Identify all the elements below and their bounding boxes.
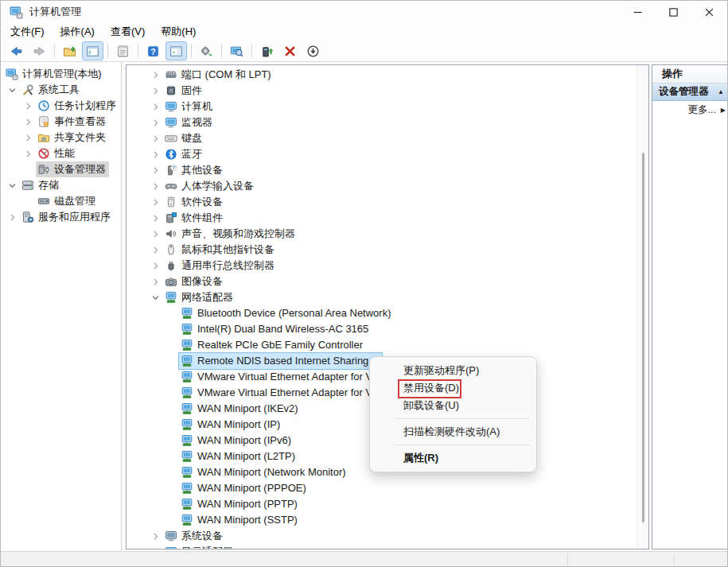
tree-item[interactable]: ?其他设备 xyxy=(127,162,637,178)
close-button[interactable] xyxy=(691,1,727,23)
chevron-right-icon[interactable] xyxy=(20,147,36,160)
tree-item[interactable]: WAN Miniport (PPPOE) xyxy=(127,480,637,496)
tree-item-label: 服务和应用程序 xyxy=(38,210,111,224)
maximize-button[interactable] xyxy=(656,1,691,23)
tree-item[interactable]: 人体学输入设备 xyxy=(127,178,637,194)
tree-item[interactable]: 软件设备 xyxy=(127,194,637,210)
tree-item[interactable]: WAN Miniport (SSTP) xyxy=(127,512,637,528)
tree-item-label: WAN Miniport (PPTP) xyxy=(197,497,298,511)
tree-item[interactable]: 服务和应用程序 xyxy=(1,209,121,225)
tree-item-content: 系统工具 xyxy=(20,82,83,98)
context-menu-item[interactable]: 卸载设备(U) xyxy=(370,397,536,414)
forward-arrow-button[interactable] xyxy=(29,41,50,60)
tree-item[interactable]: 端口 (COM 和 LPT) xyxy=(127,67,637,83)
task-scheduler-icon xyxy=(37,99,50,112)
tree-item[interactable]: 性能 xyxy=(1,146,121,161)
chevron-right-icon[interactable] xyxy=(147,196,163,208)
tree-item[interactable]: 系统工具 xyxy=(1,82,121,98)
actions-section-device-manager[interactable]: 设备管理器 ▲ xyxy=(652,83,728,101)
uninstall-device-button[interactable] xyxy=(279,41,301,60)
tree-item[interactable]: 存储 xyxy=(1,177,121,193)
tree-item[interactable]: 键盘 xyxy=(127,130,637,146)
properties-button[interactable] xyxy=(112,41,134,60)
chevron-right-icon[interactable] xyxy=(20,115,36,128)
more-actions-label: 更多... xyxy=(688,103,716,117)
show-console-tree-button[interactable] xyxy=(82,41,103,60)
chevron-right-icon[interactable] xyxy=(147,212,163,224)
scrollbar-thumb[interactable] xyxy=(642,153,644,522)
tree-item[interactable]: 通用串行总线控制器 xyxy=(127,258,637,274)
chevron-right-icon[interactable] xyxy=(147,132,163,145)
tree-item[interactable]: 显示适配器 xyxy=(127,544,637,549)
tree-item[interactable]: Bluetooth Device (Personal Area Network) xyxy=(127,305,637,321)
tree-item[interactable]: 图像设备 xyxy=(127,274,637,289)
tree-item[interactable]: 监视器 xyxy=(127,115,637,130)
tree-item[interactable]: 22共享文件夹 xyxy=(1,130,121,146)
tree-item-content: 任务计划程序 xyxy=(36,98,119,114)
context-menu-item[interactable]: 更新驱动程序(P) xyxy=(370,362,536,379)
tree-item[interactable]: 计算机管理(本地) xyxy=(1,66,121,82)
tree-item-content: 监视器 xyxy=(163,115,216,130)
net-adapter-icon xyxy=(181,466,193,479)
folder-export-button[interactable] xyxy=(59,41,80,60)
tree-item[interactable]: 磁盘管理 xyxy=(1,193,121,209)
tree-item-label: Realtek PCIe GbE Family Controller xyxy=(197,338,363,352)
tree-item[interactable]: 系统设备 xyxy=(127,528,637,544)
collapse-icon[interactable]: ▲ xyxy=(718,88,724,95)
tree-item[interactable]: 计算机 xyxy=(127,99,637,115)
context-menu-item[interactable]: 扫描检测硬件改动(A) xyxy=(370,423,536,441)
tree-item[interactable]: 蓝牙 xyxy=(127,146,637,162)
chevron-right-icon[interactable] xyxy=(147,243,163,256)
vertical-scrollbar[interactable] xyxy=(637,65,648,549)
gear-update-button[interactable] xyxy=(196,41,217,60)
menubar-item[interactable]: 操作(A) xyxy=(53,23,103,41)
chevron-right-icon[interactable] xyxy=(147,116,163,129)
tree-item[interactable]: Realtek PCIe GbE Family Controller xyxy=(127,337,637,353)
chevron-right-icon[interactable] xyxy=(147,530,163,542)
more-actions-item[interactable]: 更多... ▶ xyxy=(652,101,728,118)
window-title: 计算机管理 xyxy=(29,5,81,19)
chevron-down-icon[interactable] xyxy=(4,83,20,96)
show-action-pane-button[interactable] xyxy=(165,41,187,60)
chevron-right-icon[interactable] xyxy=(20,99,36,112)
chevron-right-icon[interactable] xyxy=(20,131,36,144)
disable-device-button[interactable] xyxy=(302,41,324,60)
help-button[interactable]: ? xyxy=(142,41,164,60)
chevron-right-icon[interactable] xyxy=(147,148,163,161)
scan-hardware-button[interactable] xyxy=(226,41,247,60)
back-arrow-button[interactable] xyxy=(6,41,27,60)
actions-pane: 操作 设备管理器 ▲ 更多... ▶ xyxy=(652,64,728,550)
chevron-right-icon[interactable] xyxy=(147,68,163,81)
chevron-right-icon[interactable] xyxy=(147,164,163,177)
chevron-right-icon[interactable] xyxy=(4,211,20,223)
tree-item[interactable]: Intel(R) Dual Band Wireless-AC 3165 xyxy=(127,321,637,337)
tree-item[interactable]: 软件组件 xyxy=(127,210,637,226)
tree-item[interactable]: 网络适配器 xyxy=(127,289,637,305)
minimize-button[interactable] xyxy=(620,1,656,23)
chevron-right-icon[interactable] xyxy=(147,546,163,549)
chevron-right-icon[interactable] xyxy=(147,275,163,288)
menubar-item[interactable]: 文件(F) xyxy=(2,23,53,41)
tree-item[interactable]: 鼠标和其他指针设备 xyxy=(127,242,637,258)
chevron-down-icon[interactable] xyxy=(4,179,20,192)
tree-item[interactable]: 任务计划程序 xyxy=(1,98,121,114)
tree-item[interactable]: WAN Miniport (PPTP) xyxy=(127,496,637,512)
context-menu-item-disable-device[interactable]: 禁用设备(D) xyxy=(370,379,536,397)
chevron-right-icon xyxy=(150,531,161,542)
chevron-right-icon[interactable] xyxy=(147,84,163,97)
chevron-right-icon[interactable] xyxy=(147,227,163,240)
tree-item[interactable]: 声音、视频和游戏控制器 xyxy=(127,226,637,242)
chevron-right-icon[interactable] xyxy=(147,100,163,113)
update-driver-button[interactable] xyxy=(256,41,278,60)
chevron-right-icon xyxy=(150,245,161,255)
tree-item[interactable]: 事件查看器 xyxy=(1,114,121,130)
context-menu-item[interactable]: 属性(R) xyxy=(370,449,536,467)
chevron-right-icon[interactable] xyxy=(147,180,163,192)
menubar-item[interactable]: 查看(V) xyxy=(103,23,153,41)
menubar-item[interactable]: 帮助(H) xyxy=(153,23,204,41)
tree-item[interactable]: 设备管理器 xyxy=(1,161,121,177)
tree-item[interactable]: 固件 xyxy=(127,83,637,99)
chevron-down-icon[interactable] xyxy=(147,291,163,304)
net-adapter-icon xyxy=(181,355,193,367)
chevron-right-icon[interactable] xyxy=(147,259,163,272)
